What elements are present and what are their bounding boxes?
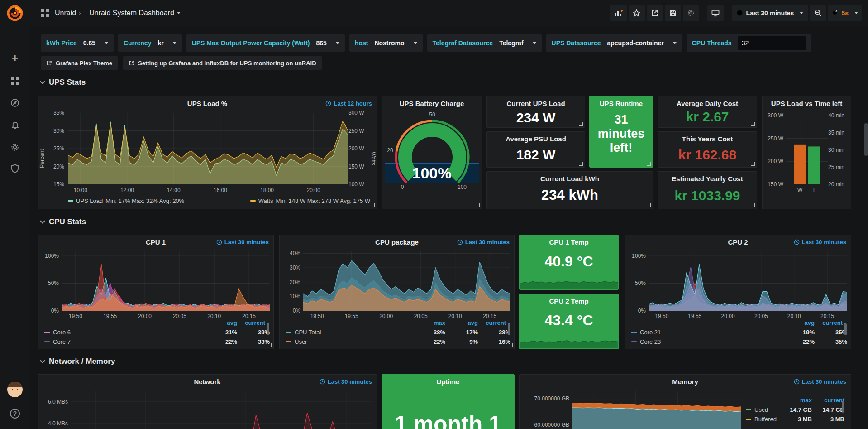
panel-this-years-cost: This Years Cost kr 162.68 [658, 131, 757, 168]
cpu-threads-input[interactable] [738, 36, 806, 50]
chart-legend: maxavgcurrentCPU Total38%17%28%User22%9%… [286, 318, 510, 346]
clock-icon [794, 239, 800, 245]
clock-icon [320, 379, 325, 385]
stat-value: 234 W [487, 110, 585, 125]
alerting-bell-icon[interactable] [0, 116, 30, 134]
legend-series-name[interactable]: CPU Total [286, 329, 321, 336]
panel-time-range[interactable]: Last 30 minutes [457, 239, 510, 246]
ups-load-chart[interactable] [68, 113, 348, 184]
chart-legend: avgcurrentCore 621%39%Core 722%33% [44, 318, 270, 346]
legend-series-name[interactable]: Core 21 [631, 329, 661, 336]
legend-row: Core 722%33% [44, 337, 270, 347]
explore-compass-icon[interactable] [0, 94, 30, 112]
dashboard-dropdown-caret[interactable] [177, 12, 181, 14]
legend-swatch [631, 341, 637, 342]
variable-ups-max-output[interactable]: UPS Max Output Power Capacity (Watt) 865 [186, 34, 345, 52]
legend-series-name[interactable]: Core 6 [44, 329, 71, 336]
chart-legend: avgcurrentCore 2119%35%Core 2322%35% [631, 318, 847, 346]
variable-telegraf-datasource[interactable]: Telegraf Datasource Telegraf [427, 34, 542, 52]
page-scrollbar[interactable] [864, 123, 868, 156]
breadcrumb-dashboard[interactable]: Unraid System Dashboard [89, 9, 174, 17]
panel-time-range[interactable]: Last 30 minutes [794, 239, 846, 246]
clock-icon [325, 101, 331, 106]
network-chart[interactable] [71, 391, 371, 429]
dashboards-icon[interactable] [0, 72, 30, 90]
external-link-icon [129, 60, 134, 66]
legend-swatch [286, 341, 291, 342]
legend-series-name[interactable]: Core 23 [631, 338, 661, 345]
section-cpu-stats[interactable]: CPU Stats [41, 217, 86, 227]
legend-series-name[interactable]: User [286, 338, 307, 345]
link-ups-monitoring-guide[interactable]: Setting up Grafana and InfluxDB for UPS … [123, 56, 322, 70]
variable-kwh-price[interactable]: kWh Price 0.65 [41, 34, 114, 52]
link-grafana-plex-theme[interactable]: Grafana Plex Theme [41, 56, 118, 70]
variable-currency[interactable]: Currency kr [118, 34, 182, 52]
panel-time-range[interactable]: Last 30 minutes [216, 239, 269, 246]
chart-legend: UPS LoadMin: 17% Max: 32% Avg: 20%WattsM… [68, 198, 370, 204]
y-axis-label: Percent [39, 149, 45, 168]
legend-sort-column[interactable]: current [815, 319, 847, 326]
star-button[interactable] [629, 5, 645, 21]
legend-item[interactable]: UPS LoadMin: 17% Max: 32% Avg: 20% [68, 198, 184, 204]
zoom-out-button[interactable] [810, 5, 826, 21]
legend-series-name[interactable]: Buffered [746, 416, 777, 423]
y-axis-ticks: 70.000000 GB60.000000 GB50.000000 GB [521, 391, 569, 429]
legend-sort-column[interactable]: current [237, 319, 270, 326]
chevron-down-icon [40, 358, 45, 363]
legend-sort-column[interactable]: current [478, 319, 510, 326]
variable-host[interactable]: host Nostromo [349, 34, 423, 52]
tv-kiosk-button[interactable] [707, 5, 724, 21]
section-network-memory[interactable]: Network / Memory [41, 357, 115, 366]
panel-time-range[interactable]: Last 12 hours [325, 100, 372, 107]
configuration-gear-icon[interactable] [0, 138, 30, 156]
stat-value: 234 kWh [487, 187, 653, 203]
cpu-package-chart[interactable] [303, 251, 510, 311]
ups-load-time-bars[interactable] [786, 116, 828, 184]
save-button[interactable] [665, 5, 681, 21]
refresh-picker[interactable]: 5s [828, 5, 862, 21]
section-ups-stats[interactable]: UPS Stats [41, 78, 86, 87]
create-icon[interactable]: + [0, 49, 30, 67]
panel-time-range[interactable]: Last 30 minutes [794, 378, 846, 385]
memory-chart[interactable] [572, 391, 741, 429]
legend-scrollbar[interactable] [267, 323, 269, 335]
panel-time-range[interactable]: Last 30 minutes [320, 378, 372, 385]
dashboard-grid-icon[interactable] [41, 9, 49, 17]
legend-scrollbar[interactable] [508, 323, 510, 335]
variable-ups-datasource[interactable]: UPS Datasource apcupsd-container [546, 34, 682, 52]
legend-sort-column[interactable]: avg [445, 319, 478, 326]
stat-value: kr 1033.99 [658, 188, 757, 203]
temp-sparkline [520, 335, 618, 348]
y-axis-ticks: 40%30%20%10%0% [281, 251, 300, 311]
legend-sort-column[interactable]: avg [782, 319, 815, 326]
server-admin-shield-icon[interactable] [0, 159, 30, 178]
stat-value: 40.9 °C [520, 253, 618, 270]
help-icon[interactable]: ? [0, 405, 30, 423]
legend-sort-column[interactable]: max [413, 319, 445, 326]
legend-sort-column[interactable]: max [779, 397, 812, 404]
legend-series-name[interactable]: Used [746, 406, 768, 413]
share-button[interactable] [647, 5, 663, 21]
legend-scrollbar[interactable] [844, 323, 847, 335]
refresh-interval-label: 5s [841, 10, 849, 17]
legend-item[interactable]: WattsMin: 148 W Max: 278 W Avg: 175 W [250, 198, 370, 204]
time-range-picker[interactable]: Last 30 minutes [732, 5, 808, 21]
panel-cpu-package: CPU package Last 30 minutes 40%30%20%10%… [279, 235, 515, 349]
legend-sort-column[interactable]: avg [205, 319, 237, 326]
legend-sort-column[interactable]: current [812, 397, 844, 404]
panel-current-ups-load: Current UPS Load 234 W [486, 96, 585, 128]
breadcrumb-team[interactable]: Unraid [55, 9, 76, 17]
cpu2-chart[interactable] [649, 251, 847, 311]
add-panel-button[interactable] [610, 5, 627, 21]
legend-row: Core 2322%35% [631, 337, 847, 347]
panel-estimated-yearly-cost: Estimated Yearly Cost kr 1033.99 [658, 171, 757, 209]
gauge-value: 100% [382, 164, 482, 182]
grafana-logo[interactable] [6, 4, 24, 22]
user-avatar[interactable] [7, 382, 23, 397]
y-axis-ticks: 300 W250 W200 W150 W [764, 116, 783, 184]
cpu1-chart[interactable] [62, 251, 270, 311]
legend-series-name[interactable]: Core 7 [44, 338, 71, 345]
settings-gear-button[interactable] [683, 5, 699, 21]
stat-value: 1 month 1 [382, 411, 514, 429]
legend-scrollbar[interactable] [842, 401, 844, 413]
